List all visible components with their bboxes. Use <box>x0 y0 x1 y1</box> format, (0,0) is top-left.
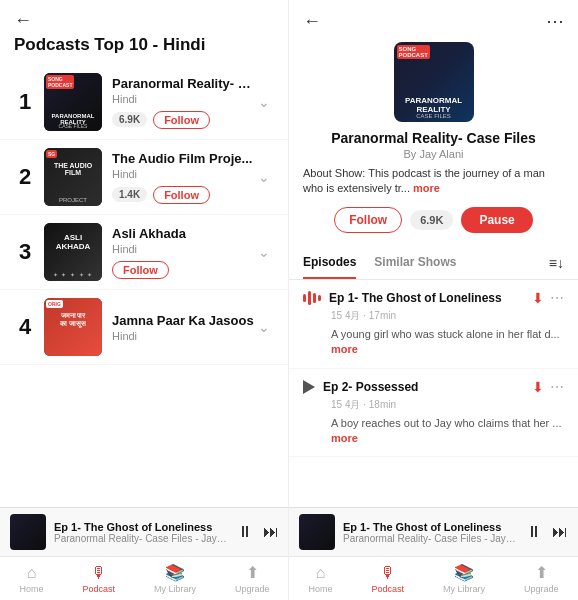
chevron-down-icon-3[interactable]: ⌄ <box>254 240 274 264</box>
next-button-right[interactable]: ⏭ <box>552 523 568 541</box>
follow-count-1: 6.9K <box>112 112 147 127</box>
follow-button-2[interactable]: Follow <box>153 186 210 204</box>
show-about-more[interactable]: more <box>413 182 440 194</box>
show-follow-button[interactable]: Follow <box>334 207 402 233</box>
nav-library-label-left: My Library <box>154 584 196 594</box>
pause-button-left[interactable]: ⏸ <box>237 523 253 541</box>
podcast-thumb-1[interactable]: SONGPODCAST PARANORMALREALITY CASE FILES <box>44 73 102 131</box>
podcast-icon-right: 🎙 <box>380 564 396 582</box>
ep2-desc: A boy reaches out to Jay who claims that… <box>331 416 564 447</box>
show-follow-count: 6.9K <box>410 210 453 230</box>
thumb-title-3: ASLIAKHADA <box>47 233 99 251</box>
np-thumb-left <box>10 514 46 550</box>
podcast-icon-left: 🎙 <box>91 564 107 582</box>
ep1-download-icon[interactable]: ⬇ <box>532 290 544 306</box>
ep1-actions: ⬇ ⋯ <box>532 290 564 306</box>
ep2-download-icon[interactable]: ⬇ <box>532 379 544 395</box>
follow-row-3: Follow <box>112 261 254 279</box>
rank-1: 1 <box>14 89 36 115</box>
podcast-lang-2: Hindi <box>112 168 254 180</box>
nav-upgrade-left[interactable]: ⬆ Upgrade <box>227 559 278 598</box>
chevron-down-icon-4[interactable]: ⌄ <box>254 315 274 339</box>
show-author: By Jay Alani <box>404 148 464 160</box>
show-cover-label: SONGPODCAST <box>397 45 430 59</box>
tab-similar-shows[interactable]: Similar Shows <box>374 247 456 279</box>
ep1-meta: 15 4月 · 17min <box>331 309 564 323</box>
nav-podcast-left[interactable]: 🎙 Podcast <box>74 560 123 598</box>
ep1-header: Ep 1- The Ghost of Loneliness ⬇ ⋯ <box>303 290 564 306</box>
nav-library-label-right: My Library <box>443 584 485 594</box>
podcast-thumb-3[interactable]: ASLIAKHADA ✦ ✦ ✦ ✦ ✦ <box>44 223 102 281</box>
ep2-more[interactable]: more <box>331 432 358 444</box>
episode-item-1: Ep 1- The Ghost of Loneliness ⬇ ⋯ 15 4月 … <box>289 280 578 369</box>
show-hero: SONGPODCAST PARANORMALREALITY CASE FILES… <box>289 36 578 243</box>
podcast-info-2: The Audio Film Proje... Hindi 1.4K Follo… <box>112 151 254 204</box>
show-about: About Show: This podcast is the journey … <box>303 166 564 197</box>
podcast-info-3: Asli Akhada Hindi Follow <box>112 226 254 279</box>
thumb-title-2: THE AUDIO FILM <box>47 162 99 176</box>
nav-podcast-label-left: Podcast <box>82 584 115 594</box>
list-item: 1 SONGPODCAST PARANORMALREALITY CASE FIL… <box>0 65 288 140</box>
library-icon-left: 📚 <box>165 563 185 582</box>
podcast-lang-4: Hindi <box>112 330 254 342</box>
thumb-label-4: ORIG <box>46 300 63 308</box>
nav-podcast-label-right: Podcast <box>371 584 404 594</box>
left-panel: ← Podcasts Top 10 - Hindi 1 SONGPODCAST … <box>0 0 289 600</box>
ep2-desc-text: A boy reaches out to Jay who claims that… <box>331 417 562 429</box>
episode-item-2: Ep 2- Possessed ⬇ ⋯ 15 4月 · 18min A boy … <box>289 369 578 458</box>
nav-podcast-right[interactable]: 🎙 Podcast <box>363 560 412 598</box>
nav-upgrade-label-left: Upgrade <box>235 584 270 594</box>
podcast-info-1: Paranormal Reality- C... Hindi 6.9K Foll… <box>112 76 254 129</box>
next-button-left[interactable]: ⏭ <box>263 523 279 541</box>
np-title-left: Ep 1- The Ghost of Loneliness <box>54 521 229 533</box>
right-bottom-nav: ⌂ Home 🎙 Podcast 📚 My Library ⬆ Upgrade <box>289 556 578 600</box>
podcast-name-2: The Audio Film Proje... <box>112 151 254 166</box>
tabs-row: Episodes Similar Shows ≡↓ <box>289 247 578 280</box>
right-header: ← ⋯ <box>289 0 578 36</box>
np-controls-left: ⏸ ⏭ <box>237 523 279 541</box>
ep1-more[interactable]: more <box>331 343 358 355</box>
play-icon[interactable] <box>303 380 315 394</box>
left-bottom-nav: ⌂ Home 🎙 Podcast 📚 My Library ⬆ Upgrade <box>0 556 289 600</box>
follow-button-1[interactable]: Follow <box>153 111 210 129</box>
ep1-more-icon[interactable]: ⋯ <box>550 290 564 306</box>
nav-home-left[interactable]: ⌂ Home <box>11 560 51 598</box>
nav-home-right[interactable]: ⌂ Home <box>300 560 340 598</box>
show-cover-art: SONGPODCAST PARANORMALREALITY CASE FILES <box>394 42 474 122</box>
right-panel: ← ⋯ SONGPODCAST PARANORMALREALITY CASE F… <box>289 0 578 600</box>
podcast-thumb-4[interactable]: ORIG जमना पारका जासूस <box>44 298 102 356</box>
sort-icon[interactable]: ≡↓ <box>549 255 564 271</box>
ep2-actions: ⬇ ⋯ <box>532 379 564 395</box>
chevron-down-icon-1[interactable]: ⌄ <box>254 90 274 114</box>
thumb-label-2: SG <box>46 150 57 158</box>
np-info-left: Ep 1- The Ghost of Loneliness Paranormal… <box>54 521 229 544</box>
right-back-button[interactable]: ← <box>303 11 321 32</box>
show-pause-button[interactable]: Pause <box>461 207 532 233</box>
thumb-title-4: जमना पारका जासूस <box>47 312 99 328</box>
nav-library-right[interactable]: 📚 My Library <box>435 559 493 598</box>
list-item: 3 ASLIAKHADA ✦ ✦ ✦ ✦ ✦ Asli Akhada Hindi… <box>0 215 288 290</box>
rank-2: 2 <box>14 164 36 190</box>
nav-home-label-left: Home <box>19 584 43 594</box>
show-cover-sub: CASE FILES <box>396 113 472 119</box>
left-header: ← <box>0 0 288 35</box>
nav-upgrade-right[interactable]: ⬆ Upgrade <box>516 559 567 598</box>
upgrade-icon-left: ⬆ <box>246 563 259 582</box>
more-options-button[interactable]: ⋯ <box>546 10 564 32</box>
library-icon-right: 📚 <box>454 563 474 582</box>
left-back-button[interactable]: ← <box>14 10 32 31</box>
ep2-more-icon[interactable]: ⋯ <box>550 379 564 395</box>
rank-4: 4 <box>14 314 36 340</box>
podcast-thumb-2[interactable]: SG THE AUDIO FILM PROJECT <box>44 148 102 206</box>
chevron-down-icon-2[interactable]: ⌄ <box>254 165 274 189</box>
nav-library-left[interactable]: 📚 My Library <box>146 559 204 598</box>
np-controls-right: ⏸ ⏭ <box>526 523 568 541</box>
ep2-meta: 15 4月 · 18min <box>331 398 564 412</box>
tab-episodes[interactable]: Episodes <box>303 247 356 279</box>
np-title-right: Ep 1- The Ghost of Loneliness <box>343 521 518 533</box>
ep1-desc-text: A young girl who was stuck alone in her … <box>331 328 560 340</box>
follow-button-3[interactable]: Follow <box>112 261 169 279</box>
left-page-title: Podcasts Top 10 - Hindi <box>0 35 288 65</box>
pause-button-right[interactable]: ⏸ <box>526 523 542 541</box>
show-actions: Follow 6.9K Pause <box>334 207 533 233</box>
